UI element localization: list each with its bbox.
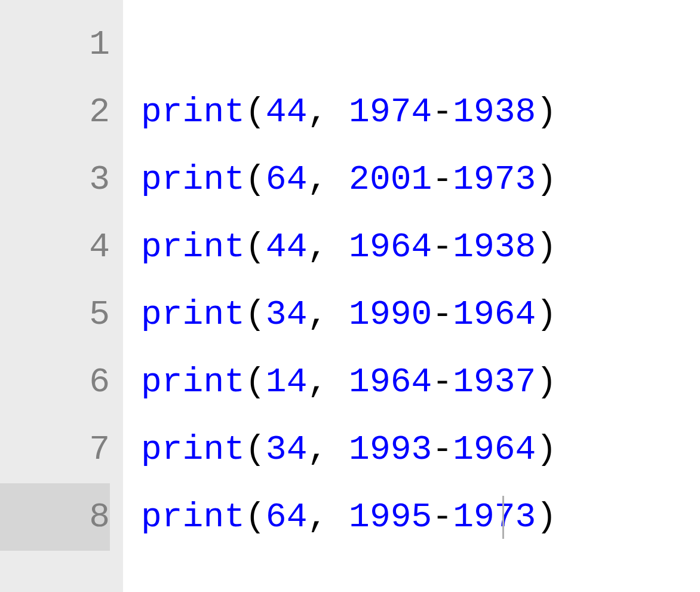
token-number: 1964 [349,213,432,281]
token-comma: , [307,78,328,146]
token-number: 1964 [349,348,432,416]
token-number: 1973 [453,146,536,213]
token-number: 1937 [453,348,536,416]
token-number: 64 [266,146,308,213]
line-number[interactable]: 4 [0,213,110,281]
code-line[interactable] [141,11,700,78]
token-paren-open: ( [245,348,266,416]
code-line[interactable]: print(44, 1974-1938) [141,78,700,146]
code-editor[interactable]: print(44, 1974-1938) print(64, 2001-1973… [123,0,700,592]
token-number: 34 [266,281,308,348]
line-number[interactable]: 6 [0,348,110,416]
code-line[interactable]: print(34, 1993-1964) [141,416,700,483]
token-number: 1964 [453,281,536,348]
token-paren-open: ( [245,483,266,551]
token-number: 1964 [453,416,536,483]
line-number[interactable]: 2 [0,78,110,146]
token-number: 44 [266,78,308,146]
line-number[interactable]: 7 [0,416,110,483]
token-paren-close: ) [536,146,557,213]
token-paren-close: ) [536,281,557,348]
code-line[interactable]: print(34, 1990-1964) [141,281,700,348]
token-minus: - [432,416,453,483]
token-paren-close: ) [536,483,557,551]
token-space [328,213,349,281]
line-number[interactable]: 3 [0,146,110,213]
token-function: print [141,348,245,416]
token-paren-close: ) [536,416,557,483]
line-number[interactable]: 8 [0,483,110,551]
token-comma: , [307,483,328,551]
token-paren-close: ) [536,213,557,281]
token-number: 1938 [453,78,536,146]
token-minus: - [432,78,453,146]
token-minus: - [432,146,453,213]
token-minus: - [432,213,453,281]
token-function: print [141,78,245,146]
token-number: 1990 [349,281,432,348]
token-paren-open: ( [245,78,266,146]
line-number[interactable]: 1 [0,11,110,78]
text-caret [502,496,504,539]
token-space [328,281,349,348]
line-number[interactable]: 5 [0,281,110,348]
token-function: print [141,416,245,483]
token-comma: , [307,281,328,348]
gutter-blank [0,551,110,592]
token-function: print [141,213,245,281]
token-paren-open: ( [245,416,266,483]
token-minus: - [432,483,453,551]
token-number: 1973 [453,483,536,551]
token-paren-close: ) [536,78,557,146]
token-space [328,416,349,483]
token-number: 1993 [349,416,432,483]
token-comma: , [307,416,328,483]
line-number-gutter: 1 2 3 4 5 6 7 8 [0,0,123,592]
code-line[interactable]: print(64, 2001-1973) [141,146,700,213]
code-line[interactable]: print(64, 1995-1973) [141,483,700,551]
token-number: 1974 [349,78,432,146]
token-function: print [141,483,245,551]
token-number: 44 [266,213,308,281]
token-number: 14 [266,348,308,416]
token-minus: - [432,281,453,348]
token-space [328,348,349,416]
token-space [328,78,349,146]
token-function: print [141,281,245,348]
token-paren-close: ) [536,348,557,416]
token-space [328,146,349,213]
token-minus: - [432,348,453,416]
token-paren-open: ( [245,213,266,281]
token-comma: , [307,146,328,213]
token-function: print [141,146,245,213]
token-number: 2001 [349,146,432,213]
token-paren-open: ( [245,281,266,348]
code-line[interactable]: print(14, 1964-1937) [141,348,700,416]
token-number: 34 [266,416,308,483]
code-line[interactable]: print(44, 1964-1938) [141,213,700,281]
token-comma: , [307,348,328,416]
token-comma: , [307,213,328,281]
token-number: 1938 [453,213,536,281]
token-number: 64 [266,483,308,551]
token-number: 1995 [349,483,432,551]
token-space [328,483,349,551]
token-paren-open: ( [245,146,266,213]
